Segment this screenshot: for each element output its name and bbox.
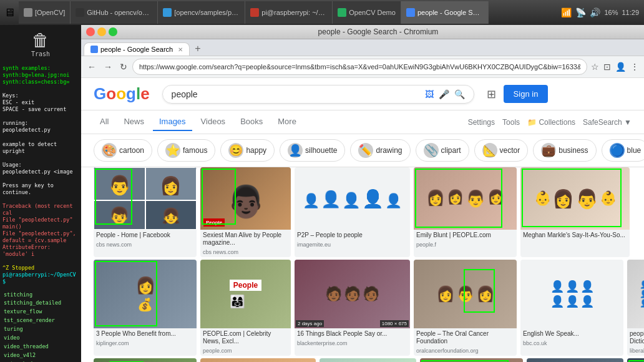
vector-thumb: 📐	[482, 143, 497, 158]
terminal-line-8	[2, 113, 79, 120]
voice-search-button[interactable]: 🎤	[439, 89, 449, 99]
nav-news[interactable]: News	[117, 113, 150, 131]
taskbar-tab-github[interactable]: GitHub - opencv/ope...	[71, 1, 158, 24]
tab-favicon-demo	[338, 8, 346, 17]
file-item-watershed[interactable]: watershed	[2, 360, 79, 362]
filter-drawing[interactable]: ✏️ drawing	[350, 139, 410, 162]
image-card-2[interactable]: 👨🏿 People Sexiest Man Alive by People ma…	[200, 167, 291, 257]
taskbar-tab-samples[interactable]: [opencv/samples/pyt...	[158, 1, 245, 24]
file-item-texture[interactable]: texture_flow	[2, 308, 79, 316]
forward-button[interactable]: →	[101, 61, 115, 73]
terminal-line-7: SPACE - save current	[2, 106, 79, 113]
close-button[interactable]	[86, 27, 95, 36]
file-item-turing[interactable]: turing	[2, 325, 79, 334]
taskbar-tab-opencv[interactable]: [OpenCV]	[19, 1, 71, 24]
image-card-9[interactable]: 👩 👨 👩 People – The Oral Cancer Foundatio…	[414, 260, 517, 356]
tab-close-people[interactable]: ✕	[178, 46, 183, 53]
taskbar-tab-demo[interactable]: OpenCV Demo	[333, 1, 401, 24]
filter-business[interactable]: 💼 business	[533, 139, 596, 162]
filter-famous[interactable]: ⭐ famous	[157, 139, 215, 162]
maximize-button[interactable]	[109, 27, 117, 36]
terminal-line-18: Traceback (most recent cal	[2, 203, 79, 217]
taskbar-tab-pi[interactable]: pi@raspberrypi: ~/Op...	[245, 1, 333, 24]
nav-images[interactable]: Images	[153, 113, 192, 131]
browser-tabs-bar: people - Google Search ✕ +	[81, 39, 644, 56]
menu-icon[interactable]: ⋮	[629, 61, 640, 73]
star-icon[interactable]: ☆	[590, 61, 600, 73]
terminal-line-11: example to detect upright	[2, 141, 79, 155]
browser-titlebar: people - Google Search - Chromium	[81, 25, 644, 39]
browser-toolbar: ← → ↻ ☆ ⊡ 👤 ⋮	[81, 56, 644, 78]
nav-tools[interactable]: Tools	[502, 118, 520, 127]
wifi-icon: 📡	[575, 7, 586, 17]
sign-in-button[interactable]: Sign in	[504, 85, 549, 103]
business-thumb: 💼	[541, 143, 556, 158]
filter-vector[interactable]: 📐 vector	[474, 139, 529, 162]
clipart-thumb: 📎	[424, 143, 439, 158]
address-bar[interactable]	[132, 59, 587, 75]
apps-icon[interactable]: ⊞	[487, 87, 496, 101]
nav-all[interactable]: All	[94, 113, 115, 131]
logo-o2: o	[116, 84, 126, 103]
image-card-15[interactable]: 🧍 🧍‍♀️ 🧍‍♂️ 🧍 🧍‍♀️ The youth...	[420, 358, 523, 362]
image-caption-7: PEOPLE.com | Celebrity News, Excl...	[200, 328, 291, 347]
famous-thumb: ⭐	[165, 143, 180, 158]
filter-clipart[interactable]: 📎 clipart	[416, 139, 469, 162]
profile-icon[interactable]: 👤	[614, 61, 627, 73]
new-tab-button[interactable]: +	[191, 42, 204, 56]
filter-silhouette[interactable]: 👤 silhouette	[280, 139, 345, 162]
image-card-7[interactable]: People 👨‍👩‍👧 PEOPLE.com | Celebrity News…	[200, 260, 291, 356]
image-card-17[interactable]: 🧔 2016 2016	[627, 358, 644, 362]
image-source-6: kiplinger.com	[94, 340, 197, 348]
file-item-video-v4l2[interactable]: video_v4l2	[2, 351, 79, 360]
image-card-11[interactable]: 👤👤👤 👤👤👤 👤👤👤 👤👤👤 people - Liberal Diction…	[627, 260, 644, 356]
nav-settings[interactable]: Settings	[468, 118, 495, 127]
filter-cartoon[interactable]: 🎨 cartoon	[94, 139, 152, 162]
filter-blue[interactable]: 🔵 blue	[602, 139, 644, 162]
tab-label-people: people - Google Sear_	[417, 9, 483, 16]
image-card-14[interactable]: 😊 😀 😁 😊 People of the Philippines...	[320, 358, 416, 362]
search-input[interactable]	[172, 89, 420, 99]
file-item-video[interactable]: video	[2, 334, 79, 343]
bookmark-icon[interactable]: ⊡	[602, 61, 612, 73]
search-button[interactable]: 🔍	[454, 89, 465, 99]
image-card-6[interactable]: 👩 💰 3 People Who Benefit from... kipling…	[94, 260, 197, 356]
file-item-stitching-detail[interactable]: stitching_detailed	[2, 299, 79, 308]
taskbar-tab-people[interactable]: people - Google Sear_	[401, 1, 489, 24]
image-card-3[interactable]: 👤 👤 👤 👤 👤 P2P – People to people imagemi…	[295, 167, 410, 257]
filter-happy[interactable]: 😊 happy	[220, 139, 275, 162]
image-card-12[interactable]: 🤴 👸🏽 Meghan + Harry...	[94, 358, 197, 362]
safe-search-label[interactable]: SafeSearch ▼	[583, 118, 632, 127]
reload-button[interactable]: ↻	[117, 61, 130, 73]
browser-tab-people[interactable]: people - Google Search ✕	[84, 42, 190, 56]
image-card-10[interactable]: 👤 👤 👤 👤 👤 👤 English We Speak... bbc.co.u…	[520, 260, 623, 356]
image-card-8[interactable]: 🧑🏾 🧑🏾 🧑🏾 1080 × 675 2 days ago 16 Things…	[295, 260, 410, 356]
logo-o1: o	[106, 84, 116, 103]
file-item-video-threaded[interactable]: video_threaded	[2, 343, 79, 351]
image-caption-11: people - Liberal Dictionary	[627, 328, 644, 347]
system-tray: 📶 📡 🔊 16% 11:29	[556, 7, 644, 17]
terminal-line-17	[2, 196, 79, 203]
search-box-container: 🖼 🎤 🔍	[162, 85, 474, 104]
image-caption-5: Meghan Markle's Say-It-As-You-So...	[520, 230, 630, 241]
trash-bin-icon: 🗑	[32, 30, 49, 51]
minimize-button[interactable]	[97, 27, 106, 36]
file-item-stitching[interactable]: stitching	[2, 291, 79, 300]
image-source-1: cbs news.com	[94, 241, 197, 250]
file-item-tst[interactable]: tst_scene_render	[2, 316, 79, 325]
browser-window: people - Google Search - Chromium people…	[81, 25, 644, 362]
image-card-5[interactable]: 👶 👩 👨 👶 Meghan Markle's Say-It-As-You-So…	[520, 167, 630, 257]
image-card-13[interactable]: 👩🏻‍🦱 Princess Diana 2018...	[200, 358, 316, 362]
image-card-4[interactable]: 👩 👩 👨 👩 Emily Blunt | PEOPLE.com people.…	[414, 167, 517, 257]
image-card-16[interactable]: 👤 👤 👤 2014 2014	[527, 358, 623, 362]
logo-e: e	[140, 84, 149, 103]
google-logo[interactable]: Google	[94, 84, 150, 104]
nav-more[interactable]: More	[271, 113, 303, 131]
image-card-1[interactable]: 👨 👩 👦 👧	[94, 167, 197, 257]
image-search-button[interactable]: 🖼	[425, 89, 434, 99]
tab-favicon-github	[76, 8, 84, 17]
nav-videos[interactable]: Videos	[195, 113, 232, 131]
back-button[interactable]: ←	[85, 61, 99, 73]
nav-books[interactable]: Books	[234, 113, 269, 131]
app-menu-icon[interactable]: 🖥	[0, 1, 19, 24]
